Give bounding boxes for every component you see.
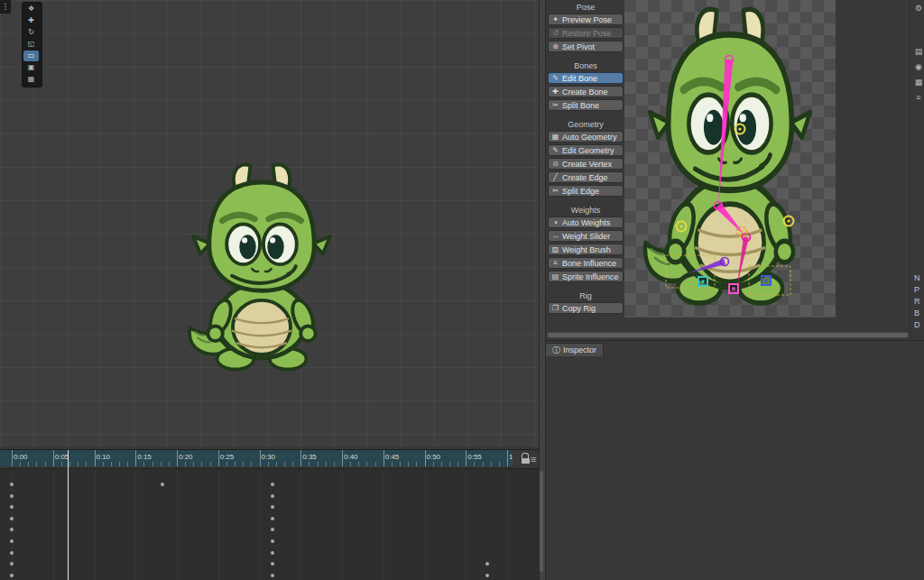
button-label: Weight Brush [562, 245, 611, 254]
minor-tick [251, 462, 252, 466]
layers-icon[interactable]: ▤ [912, 47, 924, 56]
keyframe-dot[interactable] [10, 539, 14, 543]
minor-tick [334, 462, 335, 466]
minor-tick [78, 462, 79, 466]
split-bone-button[interactable]: ✂Split Bone [548, 99, 624, 111]
keyframe-dot[interactable] [271, 483, 274, 486]
scene-view[interactable] [0, 0, 539, 447]
timeline-menu-icon[interactable]: ≡ [531, 452, 536, 466]
playhead[interactable] [68, 450, 69, 580]
set-pivot-button[interactable]: ⊕Set Pivot [548, 41, 624, 52]
split-bone-icon: ✂ [551, 101, 559, 109]
minor-tick [268, 462, 269, 466]
bone-joint-dot [738, 127, 741, 130]
weight-brush-button[interactable]: ▨Weight Brush [548, 244, 624, 255]
keyframe-dot[interactable] [271, 574, 274, 577]
minor-tick [226, 462, 227, 466]
minor-tick [61, 462, 62, 466]
tab-inspector[interactable]: ⓘ Inspector [545, 343, 604, 356]
edit-bone-button[interactable]: ✎Edit Bone [548, 72, 624, 84]
auto-weights-button[interactable]: ◑Auto Weights [548, 216, 624, 228]
keyframe-dot[interactable] [10, 494, 14, 498]
transform-tool-icon[interactable]: ▣ [23, 62, 39, 73]
split-edge-icon: ✂ [551, 187, 559, 195]
minor-tick [111, 462, 112, 466]
minor-tick [318, 462, 319, 466]
dopesheet-gridline [95, 469, 96, 580]
preview-pose-button[interactable]: ✦Preview Pose [548, 14, 624, 25]
button-label: Split Edge [562, 187, 599, 196]
keyframe-dot[interactable] [10, 483, 14, 486]
skinning-tool-panel: Pose✦Preview Pose↺Restore Pose⊕Set Pivot… [548, 2, 624, 322]
button-label: Copy Rig [562, 304, 596, 313]
dopesheet-gridline [135, 469, 136, 580]
keyframe-dot[interactable] [10, 574, 14, 577]
sprite-influence-icon: ▤ [551, 272, 559, 281]
minor-tick [309, 462, 310, 466]
dopesheet-vertical-scrollbar[interactable] [540, 471, 543, 572]
rotate-tool-icon[interactable]: ↻ [23, 27, 39, 38]
keyframe-dot[interactable] [271, 517, 274, 520]
keyframe-dot[interactable] [10, 517, 14, 520]
menu-icon[interactable]: ≡ [912, 93, 924, 102]
button-label: Preview Pose [562, 15, 612, 24]
panel-section-weights: Weights◑Auto Weights↔Weight Slider▨Weigh… [548, 205, 624, 282]
scale-tool-icon[interactable]: ◱ [23, 39, 39, 50]
dopesheet-gridline [383, 469, 384, 580]
minor-tick [185, 462, 186, 466]
grid-tool-icon[interactable]: ▦ [23, 74, 39, 85]
lock-icon[interactable] [521, 453, 530, 465]
time-label: 0:30 [262, 453, 276, 461]
dopesheet-gridline [260, 469, 261, 580]
minor-tick [491, 462, 492, 466]
minor-tick [499, 462, 500, 466]
bones-overlay[interactable] [624, 0, 836, 318]
keyframe-dot[interactable] [161, 483, 164, 486]
minor-tick [86, 462, 87, 466]
restore-pose-button[interactable]: ↺Restore Pose [548, 27, 624, 39]
visibility-icon[interactable]: ◉ [912, 62, 924, 71]
dopesheet[interactable] [0, 469, 539, 580]
button-label: Create Bone [562, 87, 608, 97]
button-label: Weight Slider [562, 232, 610, 241]
grid-icon[interactable]: ▦ [912, 78, 924, 87]
keyframe-dot[interactable] [485, 574, 489, 577]
minor-tick [433, 462, 434, 466]
rect-tool-icon[interactable]: ▭ [23, 51, 39, 61]
dock-divider [544, 340, 924, 341]
timeline-ruler[interactable]: 0:000:050:100:150:200:250:300:350:400:45… [0, 450, 513, 466]
bone-influence-button[interactable]: ≡Bone Influence [548, 257, 624, 269]
keyframe-dot[interactable] [271, 539, 274, 543]
keyframe-dot[interactable] [271, 551, 274, 555]
bone-segment[interactable] [718, 60, 733, 206]
window-menu-icon[interactable]: ⋮ [0, 0, 11, 14]
dopesheet-gridline [466, 469, 467, 580]
sprite-horizontal-scrollbar-thumb[interactable] [548, 333, 908, 337]
weight-slider-button[interactable]: ↔Weight Slider [548, 230, 624, 242]
move-tool-icon[interactable]: ✚ [23, 15, 39, 26]
sprite-influence-button[interactable]: ▤Sprite Influence [548, 271, 624, 282]
major-tick [12, 450, 13, 466]
major-tick [466, 450, 467, 466]
view-tool-icon[interactable]: ❖ [23, 4, 39, 14]
split-edge-button[interactable]: ✂Split Edge [548, 185, 624, 197]
scene-toolbar: ❖✚↻◱▭▣▦ [22, 2, 42, 87]
edit-geometry-button[interactable]: ✎Edit Geometry [548, 144, 624, 156]
panel-section-rig: Rig❐Copy Rig [548, 290, 624, 314]
keyframe-dot[interactable] [10, 551, 14, 555]
bone-segment[interactable] [737, 236, 749, 285]
minor-tick [400, 462, 401, 466]
minor-tick [375, 462, 376, 466]
copy-rig-button[interactable]: ❐Copy Rig [548, 302, 624, 314]
auto-geometry-button[interactable]: ▦Auto Geometry [548, 131, 624, 143]
create-vertex-button[interactable]: ⊙Create Vertex [548, 158, 624, 170]
dragon-sprite-scene[interactable] [174, 159, 349, 379]
keyframe-dot[interactable] [271, 494, 274, 498]
button-label: Create Edge [562, 173, 608, 182]
minor-tick [210, 462, 211, 466]
button-label: Auto Weights [562, 218, 610, 227]
dopesheet-gridline [177, 469, 178, 580]
create-edge-button[interactable]: ╱Create Edge [548, 171, 624, 183]
create-bone-button[interactable]: ✚Create Bone [548, 86, 624, 97]
gear-icon[interactable]: ⚙ [912, 4, 924, 13]
